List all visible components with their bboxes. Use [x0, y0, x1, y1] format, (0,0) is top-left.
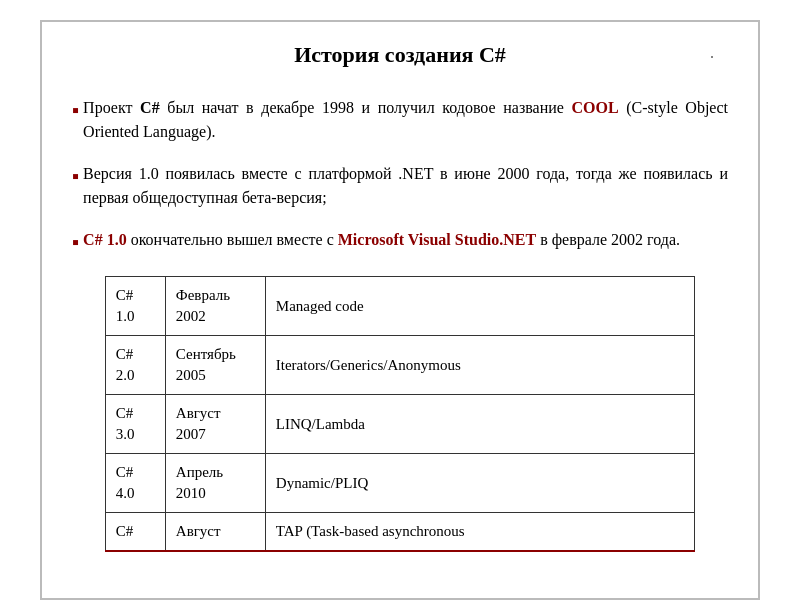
- table-cell-date: Август: [165, 513, 265, 552]
- table-cell-feature: LINQ/Lambda: [265, 395, 694, 454]
- table-cell-version: C#4.0: [105, 454, 165, 513]
- cool-highlight: COOL: [572, 99, 619, 116]
- table-cell-version: C#1.0: [105, 277, 165, 336]
- bullet-3: ▪ C# 1.0 окончательно вышел вместе с Mic…: [72, 228, 728, 256]
- table-cell-feature: TAP (Task-based asynchronous: [265, 513, 694, 552]
- bullet-marker-3: ▪: [72, 228, 79, 256]
- page-wrapper: . История создания C# ▪ Проект C# был на…: [40, 20, 760, 600]
- table-cell-version: C#: [105, 513, 165, 552]
- bullet-2: ▪ Версия 1.0 появилась вместе с платформ…: [72, 162, 728, 210]
- table-row: C#1.0 Февраль2002 Managed code: [105, 277, 694, 336]
- bullet-text-3: C# 1.0 окончательно вышел вместе с Micro…: [83, 228, 680, 252]
- table-row: C# Август TAP (Task-based asynchronous: [105, 513, 694, 552]
- table-cell-feature: Dynamic/PLIQ: [265, 454, 694, 513]
- table-cell-version: C#2.0: [105, 336, 165, 395]
- table-row: C#4.0 Апрель2010 Dynamic/PLIQ: [105, 454, 694, 513]
- table-cell-date: Август2007: [165, 395, 265, 454]
- csharp-inline-1: C#: [140, 99, 160, 116]
- table-cell-version: C#3.0: [105, 395, 165, 454]
- table-row: C#2.0 Сентябрь2005 Iterators/Generics/An…: [105, 336, 694, 395]
- bullet-text-2: Версия 1.0 появилась вместе с платформой…: [83, 162, 728, 210]
- page-title: История создания C#: [72, 42, 728, 72]
- bullet-marker-1: ▪: [72, 96, 79, 124]
- table-cell-feature: Iterators/Generics/Anonymous: [265, 336, 694, 395]
- dot-decoration: .: [710, 44, 714, 62]
- bullet-text-1: Проект C# был начат в декабре 1998 и пол…: [83, 96, 728, 144]
- version-table: C#1.0 Февраль2002 Managed code C#2.0 Сен…: [105, 276, 695, 552]
- table-row: C#3.0 Август2007 LINQ/Lambda: [105, 395, 694, 454]
- bullet-1: ▪ Проект C# был начат в декабре 1998 и п…: [72, 96, 728, 144]
- table-cell-date: Апрель2010: [165, 454, 265, 513]
- table-cell-date: Сентябрь2005: [165, 336, 265, 395]
- table-cell-feature: Managed code: [265, 277, 694, 336]
- table-cell-date: Февраль2002: [165, 277, 265, 336]
- ms-vstudio-highlight: Microsoft Visual Studio.NET: [338, 231, 536, 248]
- csharp-10-highlight: C# 1.0: [83, 231, 127, 248]
- bullet-marker-2: ▪: [72, 162, 79, 190]
